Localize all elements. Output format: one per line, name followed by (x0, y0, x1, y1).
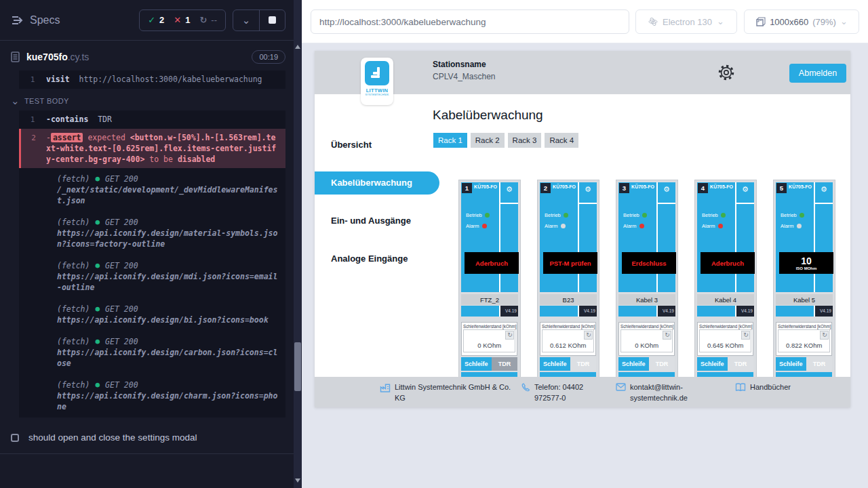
schleife-button[interactable]: Schleife (697, 357, 728, 371)
tab-rack-4[interactable]: Rack 4 (545, 133, 578, 148)
scrollbar-thumb[interactable] (294, 342, 301, 391)
assert-to-be: to be (149, 155, 173, 164)
chevron-down-icon: ⌄ (11, 98, 20, 104)
schleife-button[interactable]: Schleife (461, 357, 492, 371)
fetch-log-row[interactable]: (fetch)●GET 200 https://api.iconify.desi… (19, 374, 285, 418)
cross-icon: ✕ (174, 15, 181, 25)
measure-value: 0 KOhm (621, 342, 672, 349)
littwin-logo-icon (365, 61, 389, 85)
card-gear-icon[interactable]: ⚙ (579, 184, 597, 194)
station-info: Stationsname CPLV4_Maschen (433, 60, 496, 81)
assert-command-row[interactable]: 2 -assert expected <button.w-[50%].h-[1.… (19, 129, 285, 168)
device-cards: 1 KÜ705-FO Betrieb Alarm ⚙ A (458, 180, 835, 383)
refresh-icon[interactable]: ↻ (663, 331, 671, 340)
visit-command: visit (46, 75, 70, 84)
footer-manuals[interactable]: Handbücher (735, 382, 791, 393)
stop-button[interactable] (259, 10, 285, 30)
footer-email[interactable]: kontakt@littwin-systemtechnik.de (616, 382, 703, 404)
tdr-button[interactable]: TDR (492, 357, 518, 371)
command-number: 2 (21, 132, 46, 165)
schleife-button[interactable]: Schleife (776, 357, 806, 371)
fetch-log-row[interactable]: (fetch)●GET 200 https://api.iconify.desi… (19, 255, 285, 298)
schleife-button[interactable]: Schleife (618, 357, 649, 371)
pending-test-row[interactable]: should open and close the settings modal (0, 422, 294, 454)
refresh-icon[interactable]: ↻ (584, 331, 593, 340)
betrieb-led (564, 213, 568, 218)
contains-command-row[interactable]: 1 -contains TDR (19, 110, 285, 129)
tab-rack-2[interactable]: Rack 2 (471, 133, 505, 148)
pending-test-icon (11, 434, 19, 442)
command-log-block: 1 -contains TDR 2 -assert expected <butt… (19, 110, 285, 418)
browser-icon (648, 17, 658, 26)
fetch-url: https://api.iconify.design/carbon.json?i… (57, 347, 280, 369)
fetch-log-row[interactable]: (fetch)●GET 200 /_next/static/developmen… (19, 168, 285, 211)
cypress-reporter: Specs ✓2 ✕1 ↻-- ⌄ kue705fo.cy.ts 00:19 1… (0, 0, 294, 488)
runner-right-pane: Electron 130 ⌄ 1000x660 (79%) ⌄ Stations… (302, 0, 868, 488)
card-gear-icon[interactable]: ⚙ (815, 184, 833, 194)
nav-item-uebersicht[interactable]: Übersicht (315, 134, 420, 157)
settings-gear-button[interactable] (717, 64, 735, 81)
measure-value: 0 KOhm (464, 342, 515, 349)
specs-menu[interactable]: Specs (11, 14, 60, 26)
device-card-4: 4 KÜ705-FO Betrieb Alarm ⚙ A (694, 180, 757, 383)
pending-test-title: should open and close the settings modal (28, 432, 197, 443)
card-gear-icon[interactable]: ⚙ (500, 184, 518, 194)
test-body-section[interactable]: ⌄ TEST BODY (0, 89, 294, 110)
fetch-log-row[interactable]: (fetch)●GET 200 https://api.iconify.desi… (19, 331, 285, 374)
scroll-down-icon[interactable] (295, 479, 300, 483)
measure-label: Schleifenwiderstand [kOhm] (540, 323, 595, 329)
measure-label: Schleifenwiderstand [kOhm] (619, 323, 674, 329)
tdr-button[interactable]: TDR (649, 357, 675, 371)
tdr-button[interactable]: TDR (728, 357, 754, 371)
schleife-button[interactable]: Schleife (540, 357, 570, 371)
scroll-up-icon[interactable] (295, 45, 300, 49)
app-content: Kabelüberwachung Rack 1 Rack 2 Rack 3 Ra… (420, 94, 850, 377)
fetch-label: (fetch) (57, 304, 90, 314)
refresh-icon[interactable]: ↻ (505, 331, 514, 340)
viewport-select[interactable]: 1000x660 (79%) ⌄ (744, 9, 859, 34)
card-number: 1 (462, 183, 472, 193)
tab-rack-1[interactable]: Rack 1 (433, 133, 467, 148)
assert-state: disabled (178, 155, 215, 164)
tdr-button[interactable]: TDR (570, 357, 597, 371)
collapse-button[interactable]: ⌄ (233, 10, 259, 30)
fetch-label: (fetch) (57, 380, 90, 390)
browser-select[interactable]: Electron 130 ⌄ (635, 9, 737, 34)
visit-command-row[interactable]: 1 visit http://localhost:3000/kabelueber… (19, 70, 285, 89)
alarm-label: Alarm (466, 223, 479, 229)
card-gear-icon[interactable]: ⚙ (658, 184, 675, 194)
fetch-status: GET 200 (105, 380, 138, 390)
fetch-log-row[interactable]: (fetch)●GET 200 https://api.iconify.desi… (19, 211, 285, 255)
refresh-icon[interactable]: ↻ (820, 331, 829, 340)
nav-item-kabelueberwachung[interactable]: Kabelüberwachung (315, 171, 439, 195)
nav-item-ein-und-ausgaenge[interactable]: Ein- und Ausgänge (315, 209, 420, 232)
fetch-label: (fetch) (57, 217, 90, 228)
chevron-down-icon: ⌄ (242, 18, 251, 23)
fetch-url: https://api.iconify.design/bi.json?icons… (57, 314, 280, 325)
firmware-version: V4.19 (658, 306, 675, 317)
url-input[interactable] (311, 9, 629, 34)
reporter-scrollbar[interactable] (294, 0, 302, 488)
success-dot-icon: ● (95, 217, 100, 228)
device-model: KÜ705-FO (787, 184, 814, 189)
test-stats: ✓2 ✕1 ↻-- (139, 9, 226, 31)
alarm-led (639, 224, 644, 228)
card-gear-icon[interactable]: ⚙ (736, 184, 754, 194)
betrieb-label: Betrieb (702, 212, 718, 218)
card-number: 3 (619, 183, 629, 193)
spec-row[interactable]: kue705fo.cy.ts 00:19 (0, 41, 294, 70)
tab-rack-3[interactable]: Rack 3 (508, 133, 542, 148)
app-footer: Littwin Systemtechnik GmbH & Co. KG Tele… (315, 377, 850, 407)
footer-phone[interactable]: Telefon: 04402 972577-0 (521, 382, 601, 404)
status-unit: ISO MOhm (796, 266, 817, 270)
document-icon (11, 52, 20, 62)
fetch-log-row[interactable]: (fetch)●GET 200 https://api.iconify.desi… (19, 298, 285, 331)
assert-expected: expected (87, 133, 125, 142)
logout-button[interactable]: Abmelden (789, 64, 846, 83)
nav-item-analoge-eingaenge[interactable]: Analoge Eingänge (315, 247, 420, 270)
fetch-status: GET 200 (105, 260, 138, 271)
screen: Specs ✓2 ✕1 ↻-- ⌄ kue705fo.cy.ts 00:19 1… (0, 0, 868, 488)
fetch-status: GET 200 (105, 174, 138, 184)
refresh-icon[interactable]: ↻ (741, 331, 750, 340)
tdr-button[interactable]: TDR (806, 357, 833, 371)
